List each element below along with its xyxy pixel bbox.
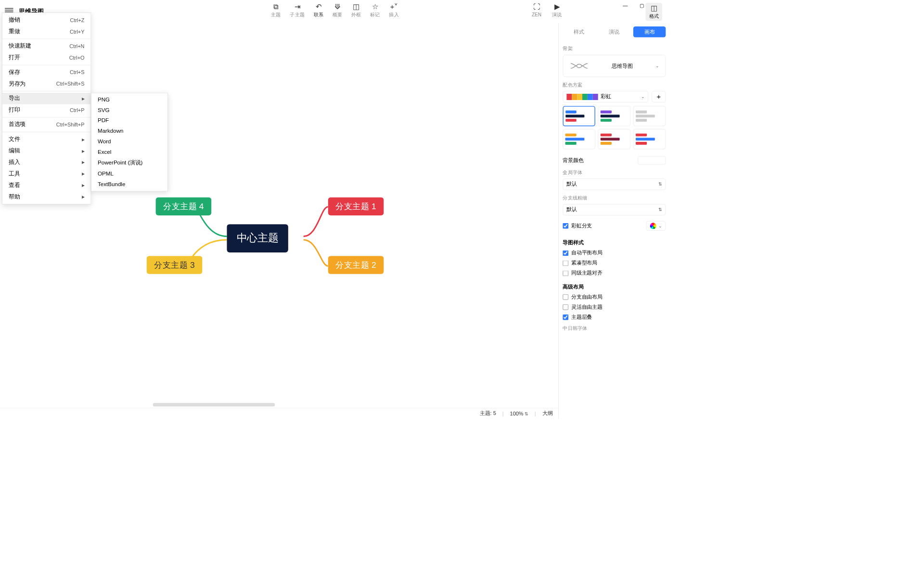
rainbow-branch-toggle[interactable]: 彩虹分支: [563, 223, 592, 229]
tab-canvas[interactable]: 画布: [633, 26, 666, 37]
play-icon: ▶: [553, 3, 561, 11]
chevron-right-icon: ▸: [82, 136, 85, 143]
scheme-thumb-4[interactable]: [563, 129, 595, 149]
menu-export[interactable]: 导出▸: [2, 93, 90, 104]
menu-redo[interactable]: 重做Ctrl+Y: [2, 26, 90, 38]
menu-tools[interactable]: 工具▸: [2, 168, 90, 179]
menu-save[interactable]: 保存Ctrl+S: [2, 66, 90, 78]
layer-checkbox[interactable]: [563, 314, 568, 320]
skeleton-select[interactable]: 思维导图 ⌄: [563, 55, 666, 77]
chevron-right-icon: ▸: [82, 148, 85, 154]
bg-color-picker[interactable]: [638, 156, 666, 164]
export-pdf[interactable]: PDF: [91, 115, 167, 126]
export-powerpoint[interactable]: PowerPoint (演说): [91, 157, 167, 169]
svg-point-0: [577, 64, 581, 67]
menu-open[interactable]: 打开Ctrl+O: [2, 52, 90, 63]
export-opml[interactable]: OPML: [91, 169, 167, 179]
export-png[interactable]: PNG: [91, 94, 167, 105]
auto-balance-checkbox[interactable]: [563, 250, 568, 256]
flex-topic-toggle[interactable]: 灵活自由主题: [563, 303, 666, 310]
horizontal-scrollbar[interactable]: [150, 403, 558, 408]
menu-edit[interactable]: 编辑▸: [2, 145, 90, 157]
menu-quicknew[interactable]: 快速新建Ctrl+N: [2, 40, 90, 52]
free-branch-checkbox[interactable]: [563, 294, 568, 300]
compact-toggle[interactable]: 紧凑型布局: [563, 260, 666, 266]
skeleton-label: 骨架: [563, 46, 666, 52]
menu-saveas[interactable]: 另存为Ctrl+Shift+S: [2, 78, 90, 89]
menu-undo[interactable]: 撤销Ctrl+Z: [2, 14, 90, 26]
menu-view[interactable]: 查看▸: [2, 179, 90, 191]
tb-subtopic[interactable]: ⇥子主题: [290, 3, 304, 18]
menu-file[interactable]: 文件▸: [2, 134, 90, 145]
menu-help[interactable]: 帮助▸: [2, 191, 90, 202]
tb-relation[interactable]: ↶联系: [314, 3, 323, 18]
subtopic-icon: ⇥: [294, 3, 301, 11]
compact-checkbox[interactable]: [563, 260, 568, 266]
menu-separator: [2, 38, 90, 39]
free-branch-toggle[interactable]: 分支自由布局: [563, 293, 666, 300]
scrollbar-thumb[interactable]: [153, 403, 275, 406]
tb-format[interactable]: ◫格式: [645, 3, 662, 21]
relation-icon: ↶: [315, 3, 322, 11]
tb-summary[interactable]: ⟱概要: [333, 3, 342, 18]
chevron-right-icon: ▸: [82, 95, 85, 102]
scheme-thumb-5[interactable]: [598, 129, 630, 149]
bg-label: 背景颜色: [563, 157, 584, 164]
scheme-thumb-2[interactable]: [598, 106, 630, 126]
export-word[interactable]: Word: [91, 136, 167, 147]
font-label: 全局字体: [563, 169, 666, 176]
layer-toggle[interactable]: 主题层叠: [563, 314, 666, 321]
auto-balance-toggle[interactable]: 自动平衡布局: [563, 250, 666, 256]
export-excel[interactable]: Excel: [91, 147, 167, 157]
export-submenu: PNG SVG PDF Markdown Word Excel PowerPoi…: [91, 93, 168, 191]
add-scheme-button[interactable]: +: [652, 91, 666, 102]
tb-insert[interactable]: +˅插入: [389, 3, 398, 18]
scheme-thumb-3[interactable]: [633, 106, 666, 126]
zoom-level[interactable]: 100% ⇅: [510, 411, 528, 416]
tab-present[interactable]: 演说: [598, 26, 630, 37]
map-style-heading: 导图样式: [563, 239, 666, 246]
rainbow-palette-icon: [566, 94, 598, 100]
center-topic[interactable]: 中心主题: [227, 224, 288, 252]
scheme-select[interactable]: 彩虹 ⌄: [563, 91, 648, 102]
font-select[interactable]: 默认⇅: [563, 178, 666, 190]
tb-zen[interactable]: ⛶ZEN: [532, 3, 541, 18]
export-svg[interactable]: SVG: [91, 105, 167, 115]
tb-present[interactable]: ▶演说: [552, 3, 562, 18]
tb-marker[interactable]: ☆标记: [370, 3, 380, 18]
export-textbundle[interactable]: TextBundle: [91, 179, 167, 190]
scheme-thumb-6[interactable]: [633, 129, 666, 149]
branch-4[interactable]: 分支主题 4: [155, 197, 211, 215]
zen-icon: ⛶: [533, 3, 540, 11]
rainbow-color-button[interactable]: ⌄: [646, 221, 666, 230]
chevron-down-icon: ⌄: [658, 223, 662, 228]
export-markdown[interactable]: Markdown: [91, 126, 167, 137]
menu-prefs[interactable]: 首选项Ctrl+Shift+P: [2, 119, 90, 130]
branch-1[interactable]: 分支主题 1: [328, 197, 384, 215]
branch-3[interactable]: 分支主题 3: [147, 256, 203, 274]
flex-topic-checkbox[interactable]: [563, 304, 568, 310]
align-same-toggle[interactable]: 同级主题对齐: [563, 270, 666, 276]
rainbow-branch-checkbox[interactable]: [563, 223, 568, 229]
cjk-label: 中日韩字体: [563, 325, 666, 331]
scheme-thumb-1[interactable]: [563, 106, 595, 126]
branch-2[interactable]: 分支主题 2: [328, 256, 384, 274]
topic-icon: ⧉: [272, 3, 280, 11]
tab-style[interactable]: 样式: [563, 26, 595, 37]
menu-separator: [2, 91, 90, 91]
menu-insert[interactable]: 插入▸: [2, 157, 90, 168]
mindmap-structure-icon: [569, 62, 589, 71]
chevron-right-icon: ▸: [82, 159, 85, 166]
tb-topic[interactable]: ⧉主题: [271, 3, 281, 18]
topic-count: 主题: 5: [480, 410, 496, 417]
star-icon: ☆: [371, 3, 379, 11]
tb-boundary[interactable]: ◫外框: [351, 3, 361, 18]
chevron-right-icon: ▸: [82, 171, 85, 177]
menu-separator: [2, 132, 90, 132]
align-same-checkbox[interactable]: [563, 270, 568, 276]
outline-button[interactable]: 大纲: [542, 410, 553, 417]
menu-print[interactable]: 打印Ctrl+P: [2, 104, 90, 116]
line-select[interactable]: 默认⇅: [563, 204, 666, 215]
summary-icon: ⟱: [334, 3, 341, 11]
chevron-down-icon: ⌄: [655, 63, 659, 68]
